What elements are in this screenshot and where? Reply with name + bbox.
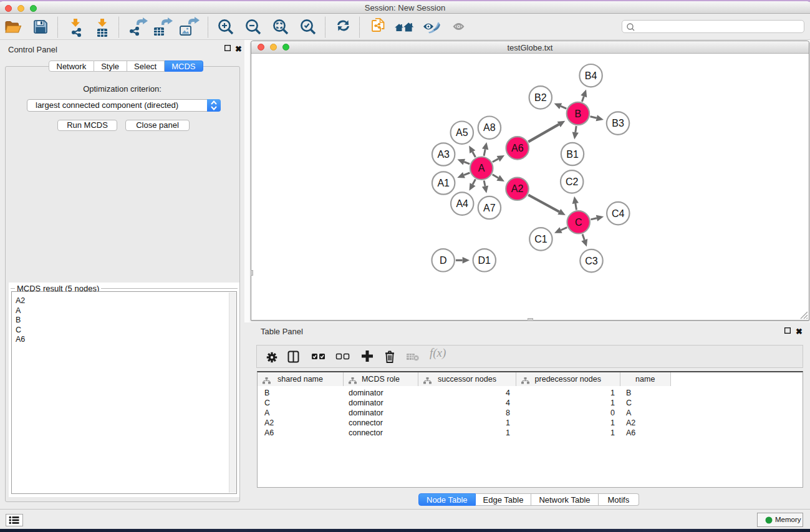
svg-text:B2: B2 (534, 92, 547, 103)
svg-text:A: A (478, 163, 485, 173)
svg-text:A5: A5 (456, 127, 468, 138)
svg-text:A3: A3 (437, 149, 450, 160)
svg-text:A4: A4 (456, 198, 468, 209)
svg-text:C4: C4 (612, 208, 625, 219)
svg-text:C3: C3 (585, 256, 598, 266)
svg-text:A1: A1 (437, 178, 450, 188)
svg-text:A6: A6 (511, 143, 524, 153)
svg-text:A7: A7 (483, 203, 496, 213)
svg-text:B3: B3 (612, 118, 624, 128)
svg-text:C1: C1 (534, 234, 547, 244)
svg-text:B: B (575, 109, 582, 119)
svg-text:B1: B1 (566, 149, 579, 160)
svg-text:C2: C2 (566, 177, 579, 187)
svg-text:A2: A2 (511, 183, 524, 194)
svg-text:D1: D1 (478, 255, 491, 266)
svg-text:C: C (575, 217, 582, 228)
svg-text:D: D (440, 255, 447, 266)
svg-text:A8: A8 (483, 122, 496, 133)
svg-text:B4: B4 (585, 70, 597, 81)
